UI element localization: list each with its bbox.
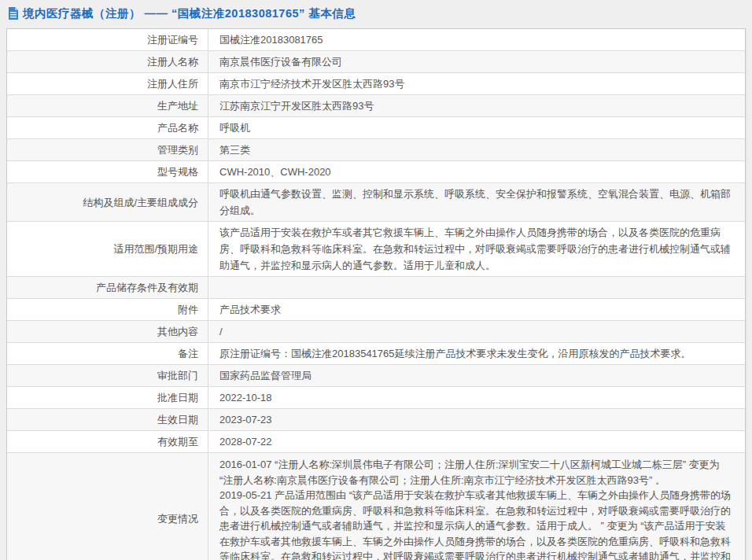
page-header: 境内医疗器械（注册） —— “国械注准20183081765” 基本信息	[0, 0, 752, 27]
row-label: 生产地址	[7, 95, 208, 116]
table-row: 批准日期 2022-10-18	[7, 386, 745, 408]
structure-composition: 呼吸机由通气参数设置、监测、控制和显示系统、呼吸系统、安全保护和报警系统、空氧混…	[219, 186, 734, 219]
approval-date: 2022-10-18	[219, 389, 734, 406]
table-row: 备注 原注册证编号：国械注准20183541765延续注册产品技术要求未发生变化…	[7, 342, 745, 364]
row-label: 型号规格	[7, 161, 208, 182]
row-label: 审批部门	[7, 365, 208, 386]
document-icon	[8, 7, 19, 20]
row-value: 该产品适用于安装在救护车或者其它救援车辆上、车辆之外由操作人员随身携带的场合，以…	[208, 222, 745, 276]
table-row: 变更情况 2016-01-07 “注册人名称:深圳晨伟电子有限公司；注册人住所:…	[7, 452, 745, 560]
change-history: 2016-01-07 “注册人名称:深圳晨伟电子有限公司；注册人住所:深圳宝安二…	[219, 457, 734, 560]
table-row: 注册人住所 南京市江宁经济技术开发区胜太西路93号	[7, 72, 745, 94]
row-value: 江苏南京江宁开发区胜太西路93号	[208, 95, 745, 116]
registration-number: 国械注准20183081765	[219, 31, 734, 48]
table-row: 产品储存条件及有效期	[7, 276, 745, 298]
product-name: 呼吸机	[219, 120, 734, 136]
row-value: CWH-2010、CWH-2020	[208, 161, 745, 182]
row-value: 国家药品监督管理局	[208, 365, 745, 386]
row-value: 原注册证编号：国械注准20183541765延续注册产品技术要求未发生变化，沿用…	[208, 343, 745, 364]
row-label: 备注	[7, 343, 208, 364]
row-label: 附件	[7, 299, 208, 320]
table-row: 审批部门 国家药品监督管理局	[7, 364, 745, 386]
table-row: 型号规格 CWH-2010、CWH-2020	[7, 160, 745, 182]
page-title: 境内医疗器械（注册） —— “国械注准20183081765” 基本信息	[23, 6, 356, 21]
table-row: 生效日期 2023-07-23	[7, 408, 745, 430]
attachment: 产品技术要求	[219, 301, 734, 318]
row-label: 产品名称	[7, 117, 208, 138]
registrant-address: 南京市江宁经济技术开发区胜太西路93号	[219, 76, 734, 92]
row-value: /	[208, 321, 745, 342]
table-row: 适用范围/预期用途 该产品适用于安装在救护车或者其它救援车辆上、车辆之外由操作人…	[7, 221, 745, 276]
row-value: 2016-01-07 “注册人名称:深圳晨伟电子有限公司；注册人住所:深圳宝安二…	[208, 453, 745, 560]
row-label: 结构及组成/主要组成成分	[7, 192, 208, 213]
row-label: 注册人住所	[7, 73, 208, 94]
row-label: 其他内容	[7, 321, 208, 342]
row-value: 呼吸机由通气参数设置、监测、控制和显示系统、呼吸系统、安全保护和报警系统、空氧混…	[208, 183, 745, 221]
table-row: 生产地址 江苏南京江宁开发区胜太西路93号	[7, 94, 745, 116]
row-value: 南京市江宁经济技术开发区胜太西路93号	[208, 73, 745, 94]
row-value: 南京晨伟医疗设备有限公司	[208, 51, 745, 72]
intended-use: 该产品适用于安装在救护车或者其它救援车辆上、车辆之外由操作人员随身携带的场合，以…	[219, 224, 734, 274]
production-address: 江苏南京江宁开发区胜太西路93号	[219, 98, 734, 114]
row-value: 产品技术要求	[208, 299, 745, 320]
remarks: 原注册证编号：国械注准20183541765延续注册产品技术要求未发生变化，沿用…	[219, 345, 734, 362]
table-row: 其他内容 /	[7, 320, 745, 342]
row-value: 2023-07-23	[208, 409, 745, 430]
table-row: 注册人名称 南京晨伟医疗设备有限公司	[7, 50, 745, 72]
row-value: 第三类	[208, 139, 745, 160]
row-value: 2028-07-22	[208, 431, 745, 452]
row-label: 注册证编号	[7, 29, 208, 50]
row-label: 变更情况	[7, 508, 208, 529]
row-value: 2022-10-18	[208, 387, 745, 408]
expiry-date: 2028-07-22	[219, 433, 734, 450]
table-row: 产品名称 呼吸机	[7, 116, 745, 138]
row-label: 有效期至	[7, 431, 208, 452]
row-label: 适用范围/预期用途	[7, 238, 208, 260]
row-label: 管理类别	[7, 139, 208, 160]
row-label: 生效日期	[7, 409, 208, 430]
management-class: 第三类	[219, 142, 734, 158]
row-value: 国械注准20183081765	[208, 29, 745, 50]
table-row: 附件 产品技术要求	[7, 298, 745, 320]
row-value	[208, 277, 745, 298]
row-label: 批准日期	[7, 387, 208, 408]
table-row: 管理类别 第三类	[7, 138, 745, 160]
table-row: 结构及组成/主要组成成分 呼吸机由通气参数设置、监测、控制和显示系统、呼吸系统、…	[7, 182, 745, 221]
registrant-name: 南京晨伟医疗设备有限公司	[219, 53, 734, 70]
row-value: 呼吸机	[208, 117, 745, 138]
row-label: 产品储存条件及有效期	[7, 277, 208, 298]
info-table: 注册证编号 国械注准20183081765 注册人名称 南京晨伟医疗设备有限公司…	[6, 28, 746, 560]
model-spec: CWH-2010、CWH-2020	[219, 164, 734, 180]
other-content: /	[219, 323, 734, 340]
effective-date: 2023-07-23	[219, 411, 734, 428]
table-row: 注册证编号 国械注准20183081765	[7, 29, 745, 50]
row-label: 注册人名称	[7, 51, 208, 72]
approval-department: 国家药品监督管理局	[219, 367, 734, 384]
table-row: 有效期至 2028-07-22	[7, 430, 745, 452]
